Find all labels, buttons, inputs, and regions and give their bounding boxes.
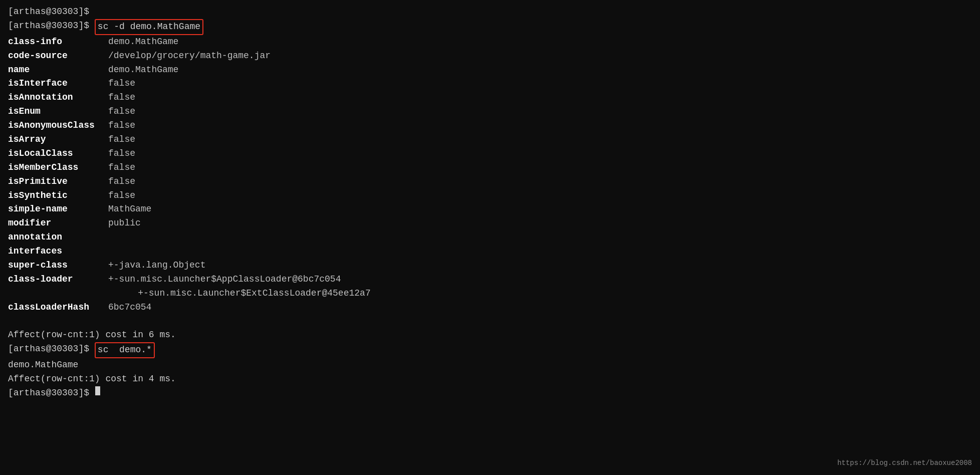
info-value: demo.MathGame: [108, 35, 178, 49]
info-value: /develop/grocery/math-game.jar: [108, 49, 271, 63]
watermark: https://blog.csdn.net/baoxue2008: [837, 458, 972, 469]
info-key: isArray: [8, 133, 108, 147]
plain-text: demo.MathGame: [8, 358, 78, 372]
info-value: MathGame: [108, 202, 151, 216]
info-key: class-info: [8, 35, 108, 49]
terminal-line: Affect(row-cnt:1) cost in 4 ms.: [8, 372, 972, 386]
terminal-line: demo.MathGame: [8, 358, 972, 372]
terminal-line: [arthas@30303]$ sc demo.*: [8, 342, 972, 358]
info-value: false: [108, 175, 135, 189]
terminal-line: Affect(row-cnt:1) cost in 6 ms.: [8, 328, 972, 342]
info-key: isEnum: [8, 105, 108, 119]
info-key: interfaces: [8, 245, 108, 259]
terminal-line: namedemo.MathGame: [8, 63, 972, 77]
terminal-line: [8, 315, 972, 329]
terminal-line: class-loader+-sun.misc.Launcher$AppClass…: [8, 273, 972, 287]
info-continuation: +-sun.misc.Launcher$ExtClassLoader@45ee1…: [116, 287, 371, 301]
terminal-line: super-class+-java.lang.Object: [8, 259, 972, 273]
info-key: annotation: [8, 230, 108, 245]
terminal-container: [arthas@30303]$[arthas@30303]$ sc -d dem…: [8, 5, 972, 400]
terminal-line: class-infodemo.MathGame: [8, 35, 972, 49]
info-value: false: [108, 77, 135, 91]
info-value: false: [108, 119, 135, 133]
terminal-line: isInterfacefalse: [8, 77, 972, 91]
terminal-line: isSyntheticfalse: [8, 189, 972, 203]
info-value: false: [108, 105, 135, 119]
info-value: +-sun.misc.Launcher$AppClassLoader@6bc7c…: [108, 273, 341, 287]
terminal-line: [arthas@30303]$: [8, 386, 972, 400]
info-key: classLoaderHash: [8, 301, 108, 315]
terminal-line: isPrimitivefalse: [8, 175, 972, 189]
terminal-line: code-source/develop/grocery/math-game.ja…: [8, 49, 972, 63]
terminal-line: interfaces: [8, 245, 972, 259]
info-value: 6bc7c054: [108, 301, 151, 315]
command-boxed: sc -d demo.MathGame: [95, 19, 203, 35]
info-value: false: [108, 189, 135, 203]
terminal-line: isLocalClassfalse: [8, 147, 972, 161]
terminal-line: classLoaderHash6bc7c054: [8, 301, 972, 315]
info-key: super-class: [8, 259, 108, 273]
terminal-line: isArrayfalse: [8, 133, 972, 147]
prompt: [arthas@30303]$: [8, 342, 95, 358]
prompt: [arthas@30303]$: [8, 386, 95, 400]
info-key: isAnonymousClass: [8, 119, 108, 133]
cursor: [95, 386, 100, 395]
info-key: isLocalClass: [8, 147, 108, 161]
info-key: modifier: [8, 216, 108, 230]
info-key: isPrimitive: [8, 175, 108, 189]
info-key: class-loader: [8, 273, 108, 287]
terminal-line: annotation: [8, 230, 972, 245]
info-key: code-source: [8, 49, 108, 63]
terminal-line: isAnonymousClassfalse: [8, 119, 972, 133]
plain-text: Affect(row-cnt:1) cost in 6 ms.: [8, 328, 176, 342]
info-key: isAnnotation: [8, 91, 108, 105]
terminal-line: [arthas@30303]$ sc -d demo.MathGame: [8, 19, 972, 35]
terminal-line: isAnnotationfalse: [8, 91, 972, 105]
info-value: false: [108, 133, 135, 147]
info-key: isSynthetic: [8, 189, 108, 203]
info-value: demo.MathGame: [108, 63, 178, 77]
info-value: +-java.lang.Object: [108, 259, 205, 273]
terminal-line: simple-nameMathGame: [8, 202, 972, 216]
command-boxed: sc demo.*: [95, 342, 155, 358]
info-value: false: [108, 161, 135, 175]
prompt: [arthas@30303]$: [8, 19, 95, 35]
info-value: public: [108, 216, 141, 230]
info-value: false: [108, 147, 135, 161]
terminal-line: [arthas@30303]$: [8, 5, 972, 19]
info-key: isMemberClass: [8, 161, 108, 175]
terminal-line: modifierpublic: [8, 216, 972, 230]
terminal-line: isMemberClassfalse: [8, 161, 972, 175]
terminal-line: +-sun.misc.Launcher$ExtClassLoader@45ee1…: [8, 287, 972, 301]
prompt: [arthas@30303]$: [8, 5, 89, 19]
plain-text: Affect(row-cnt:1) cost in 4 ms.: [8, 372, 176, 386]
info-value: false: [108, 91, 135, 105]
info-key: isInterface: [8, 77, 108, 91]
info-key: name: [8, 63, 108, 77]
info-key: simple-name: [8, 202, 108, 216]
terminal-line: isEnumfalse: [8, 105, 972, 119]
